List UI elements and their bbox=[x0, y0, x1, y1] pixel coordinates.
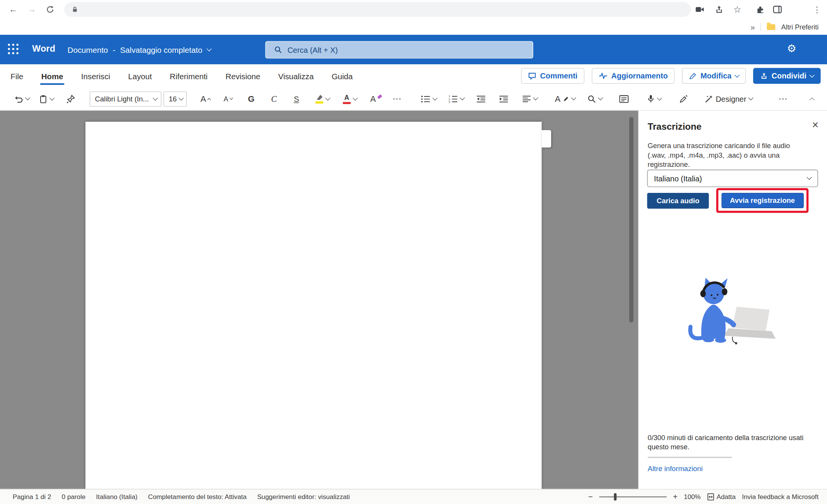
catch-up-button[interactable]: Aggiornamento bbox=[592, 68, 675, 84]
dictate-button[interactable] bbox=[647, 94, 662, 103]
chevron-down-icon bbox=[179, 95, 184, 101]
tab-visualizza[interactable]: Visualizza bbox=[278, 64, 314, 88]
side-panel-icon bbox=[773, 5, 782, 14]
zoom-level[interactable]: 100% bbox=[684, 493, 701, 500]
title-separator: - bbox=[113, 45, 115, 54]
numbered-list-button[interactable]: 123 bbox=[448, 95, 464, 103]
forward-button[interactable]: → bbox=[25, 3, 39, 16]
immersive-reader-button[interactable] bbox=[619, 95, 629, 103]
start-recording-button[interactable]: Avvia registrazione bbox=[721, 193, 804, 208]
vertical-scrollbar[interactable] bbox=[629, 117, 634, 323]
tab-home[interactable]: Home bbox=[41, 64, 63, 88]
more-font-options-button[interactable]: ⋯ bbox=[392, 93, 402, 104]
shrink-font-button[interactable]: A bbox=[224, 95, 233, 102]
browser-window: ← → ☆ bbox=[0, 0, 827, 504]
language-select[interactable]: Italiano (Italia) bbox=[647, 170, 818, 187]
puzzle-icon bbox=[755, 5, 764, 14]
comment-rail-button[interactable] bbox=[542, 130, 551, 147]
close-panel-button[interactable]: × bbox=[812, 119, 819, 130]
folder-icon bbox=[767, 24, 775, 30]
back-button[interactable]: ← bbox=[7, 3, 20, 16]
chevron-down-icon bbox=[734, 72, 740, 78]
bullet-list-button[interactable] bbox=[421, 95, 437, 103]
settings-gear-button[interactable]: ⚙ bbox=[787, 43, 796, 54]
browser-toolbar: ← → ☆ bbox=[0, 0, 827, 19]
clear-formatting-button[interactable]: A bbox=[370, 95, 382, 103]
comments-button[interactable]: Commenti bbox=[521, 68, 584, 84]
undo-button[interactable] bbox=[14, 95, 29, 103]
underline-letter: S bbox=[294, 95, 299, 103]
feedback-link[interactable]: Invia feedback a Microsoft bbox=[742, 493, 819, 500]
word-count[interactable]: 0 parole bbox=[62, 493, 85, 500]
find-button[interactable] bbox=[588, 95, 603, 103]
fit-page-button[interactable]: Adatta bbox=[707, 493, 736, 500]
usage-progress-bar bbox=[648, 457, 732, 458]
tab-layout[interactable]: Layout bbox=[128, 64, 152, 88]
address-bar[interactable] bbox=[64, 2, 691, 17]
decrease-indent-icon bbox=[476, 95, 486, 103]
grow-font-button[interactable]: A bbox=[200, 95, 210, 103]
highlight-annotation: Avvia registrazione bbox=[716, 188, 809, 213]
paste-button[interactable] bbox=[39, 94, 54, 103]
designer-wand-icon bbox=[705, 95, 713, 103]
document-page[interactable] bbox=[85, 122, 542, 489]
app-name[interactable]: Word bbox=[32, 44, 55, 54]
video-camera-icon bbox=[695, 5, 705, 14]
designer-button[interactable]: Designer bbox=[705, 95, 753, 103]
underline-button[interactable]: S bbox=[294, 95, 299, 103]
share-button[interactable] bbox=[713, 4, 725, 15]
tab-revisione[interactable]: Revisione bbox=[226, 64, 260, 88]
page-count[interactable]: Pagina 1 di 2 bbox=[13, 493, 51, 500]
editor-button[interactable] bbox=[679, 95, 688, 103]
decrease-indent-button[interactable] bbox=[476, 95, 486, 103]
document-language[interactable]: Italiano (Italia) bbox=[96, 493, 138, 500]
search-input[interactable] bbox=[287, 46, 532, 54]
text-completion-status[interactable]: Completamento del testo: Attivata bbox=[148, 493, 246, 500]
collapse-ribbon-button[interactable] bbox=[810, 96, 814, 102]
tab-inserisci[interactable]: Inserisci bbox=[81, 64, 110, 88]
italic-button[interactable]: C bbox=[271, 95, 277, 103]
styles-button[interactable]: A bbox=[555, 95, 575, 103]
bold-button[interactable]: G bbox=[248, 95, 254, 103]
app-launcher-button[interactable] bbox=[8, 44, 19, 54]
share-document-button[interactable]: Condividi bbox=[753, 68, 820, 84]
chevron-up-icon bbox=[809, 97, 815, 103]
format-painter-button[interactable] bbox=[66, 94, 75, 103]
more-info-link[interactable]: Altre informazioni bbox=[648, 465, 703, 473]
tab-guida[interactable]: Guida bbox=[332, 64, 353, 88]
document-title[interactable]: Documento bbox=[67, 45, 108, 54]
more-commands-button[interactable]: ⋯ bbox=[778, 93, 788, 104]
reload-button[interactable] bbox=[43, 3, 57, 16]
language-value: Italiano (Italia) bbox=[654, 174, 702, 183]
edit-mode-button[interactable]: Modifica bbox=[682, 68, 746, 84]
font-color-button[interactable]: A bbox=[343, 94, 357, 104]
font-size-select[interactable]: 16 bbox=[164, 91, 187, 106]
alignment-button[interactable] bbox=[522, 95, 537, 103]
search-box[interactable] bbox=[265, 41, 533, 58]
eraser-icon bbox=[377, 94, 382, 99]
styles-letter: A bbox=[555, 95, 560, 103]
browser-menu-button[interactable]: ⋮ bbox=[811, 4, 823, 15]
increase-indent-button[interactable] bbox=[499, 95, 509, 103]
editor-suggestions-status[interactable]: Suggerimenti editor: visualizzati bbox=[257, 493, 350, 500]
chevron-down-icon bbox=[598, 95, 603, 101]
font-size-value: 16 bbox=[169, 95, 177, 103]
tab-riferimenti[interactable]: Riferimenti bbox=[170, 64, 208, 88]
zoom-out-button[interactable]: − bbox=[588, 492, 593, 501]
save-status[interactable]: Salvataggio completato bbox=[120, 45, 203, 54]
zoom-slider-thumb[interactable] bbox=[614, 493, 617, 500]
tab-file[interactable]: File bbox=[11, 64, 23, 88]
camera-button[interactable] bbox=[694, 4, 706, 15]
extensions-button[interactable] bbox=[754, 4, 766, 15]
bookmark-star-button[interactable]: ☆ bbox=[732, 4, 743, 15]
highlight-color-button[interactable] bbox=[315, 94, 329, 103]
share-doc-icon bbox=[760, 72, 768, 80]
zoom-slider[interactable] bbox=[599, 496, 667, 497]
font-name-select[interactable]: Calibri Light (In... bbox=[90, 91, 161, 106]
upload-audio-button[interactable]: Carica audio bbox=[647, 193, 709, 209]
bookmarks-overflow-button[interactable]: » bbox=[750, 23, 755, 31]
zoom-in-button[interactable]: + bbox=[673, 492, 678, 501]
side-panel-button[interactable] bbox=[771, 4, 783, 15]
chevron-down-icon bbox=[353, 95, 358, 101]
other-bookmarks-button[interactable]: Altri Preferiti bbox=[781, 23, 818, 31]
